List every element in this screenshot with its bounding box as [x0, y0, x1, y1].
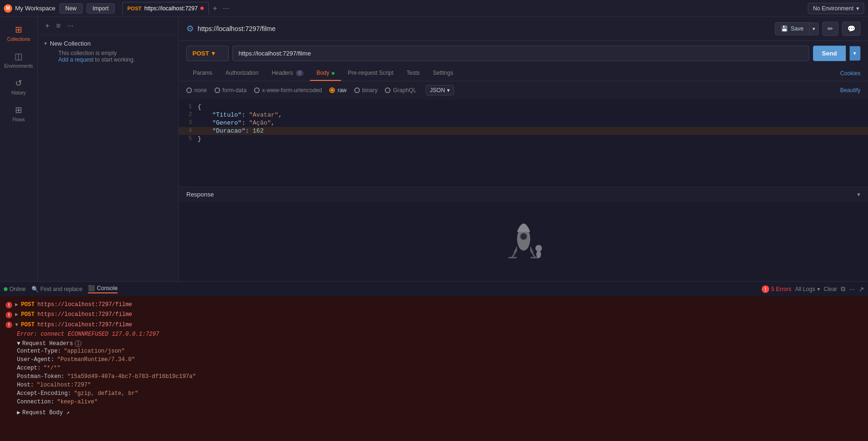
line-content: "Duracao": 162: [198, 127, 868, 134]
line-content: {: [198, 103, 868, 110]
code-line: 3 "Genero": "Ação",: [179, 119, 868, 127]
line-number: 1: [179, 103, 198, 110]
rocket-illustration: [500, 213, 547, 269]
new-button[interactable]: New: [59, 3, 83, 14]
edit-button[interactable]: ✏: [822, 22, 838, 36]
tab-body[interactable]: Body: [310, 66, 342, 81]
console-tab[interactable]: ⬛ Console: [88, 285, 118, 293]
send-dropdown-button[interactable]: ▾: [850, 46, 860, 61]
body-type-binary[interactable]: binary: [354, 87, 378, 94]
sidebar-item-history[interactable]: ↺ History: [2, 74, 35, 99]
online-dot: [4, 287, 8, 291]
save-button-group: 💾 Save ▾: [775, 22, 819, 35]
json-type-selector[interactable]: JSON ▾: [426, 85, 454, 95]
add-request-link[interactable]: Add a request: [58, 56, 94, 63]
import-button[interactable]: Import: [87, 3, 115, 14]
request-url-title: https://localhost:7297/filme: [198, 25, 771, 32]
body-type-none[interactable]: none: [186, 87, 207, 94]
collection-name[interactable]: ▾ New Collection: [44, 40, 172, 47]
sidebar-flows-label: Flows: [12, 117, 24, 122]
expand-icon: ▶: [17, 409, 20, 416]
tab-settings[interactable]: Settings: [426, 66, 460, 81]
add-collection-button[interactable]: +: [43, 21, 51, 31]
radio-urlencoded: [254, 87, 260, 93]
tab-bar: POST https://localhost:7297 + ···: [122, 2, 804, 15]
more-collections-button[interactable]: ···: [65, 21, 75, 31]
url-input[interactable]: [232, 46, 809, 61]
code-line: 2 "Titulo": "Avatar",: [179, 111, 868, 119]
request-body-link[interactable]: ▶ Request Body ↗: [6, 409, 70, 416]
svg-point-8: [536, 251, 541, 258]
line-content: }: [198, 135, 868, 142]
collections-panel: + ≡ ··· ▾ New Collection This collection…: [38, 17, 179, 281]
tab-url: https://localhost:7297: [144, 5, 198, 12]
tab-params[interactable]: Params: [186, 66, 219, 81]
tab-headers[interactable]: Headers 8: [265, 66, 310, 81]
console-collapse-arrow[interactable]: ▶: [15, 311, 18, 317]
log-filter-dropdown[interactable]: All Logs ▾: [795, 286, 820, 292]
main-content: ⚙ https://localhost:7297/filme 💾 Save ▾ …: [179, 17, 868, 281]
save-dropdown-button[interactable]: ▾: [810, 23, 819, 35]
save-button[interactable]: 💾 Save: [775, 22, 810, 35]
radio-binary: [354, 87, 360, 93]
json-chevron-icon: ▾: [447, 87, 450, 94]
console-output: ! ▶ POST https://localhost:7297/filme ! …: [0, 296, 868, 441]
workspace-name[interactable]: M My Workspace: [4, 4, 56, 13]
header-value: "*/*": [43, 365, 60, 371]
search-icon: 🔍: [32, 286, 39, 292]
request-headers-toggle[interactable]: ▼ Request Headers i: [17, 340, 196, 347]
radio-none: [186, 87, 192, 93]
body-type-raw[interactable]: raw: [329, 87, 346, 94]
env-label: No Environment: [813, 5, 853, 12]
sidebar-item-environments[interactable]: ◫ Environments: [2, 47, 35, 72]
expand-console-button[interactable]: ↗: [859, 285, 864, 293]
tab-authorization[interactable]: Authorization: [219, 66, 265, 81]
tab-tests[interactable]: Tests: [400, 66, 426, 81]
request-input-row: POST ▾ Send ▾: [179, 41, 868, 66]
console-icon: ⬛: [88, 285, 95, 291]
console-entry: ! ▶ POST https://localhost:7297/filme: [6, 310, 862, 320]
line-number: 3: [179, 119, 198, 126]
filter-collections-button[interactable]: ≡: [54, 21, 62, 31]
copy-console-button[interactable]: ⧉: [841, 285, 845, 293]
new-tab-button[interactable]: +: [211, 4, 219, 13]
header-row: Host: "localhost:7297": [17, 381, 196, 389]
header-key: Content-Type:: [17, 348, 61, 354]
console-collapse-arrow[interactable]: ▶: [15, 301, 18, 307]
header-row: Postman-Token: "15a59d49-407a-4bc7-b783-…: [17, 372, 196, 381]
response-section: Response ▾: [179, 187, 868, 202]
environment-selector[interactable]: No Environment ▾: [808, 3, 864, 14]
method-select[interactable]: POST ▾: [186, 46, 229, 61]
console-collapse-arrow[interactable]: ▼: [15, 322, 18, 328]
method-chevron-icon: ▾: [212, 50, 215, 57]
request-tab[interactable]: POST https://localhost:7297: [122, 2, 209, 15]
beautify-button[interactable]: Beautify: [840, 87, 860, 94]
response-chevron-icon[interactable]: ▾: [857, 191, 860, 198]
log-filter-chevron-icon: ▾: [817, 286, 820, 292]
code-editor[interactable]: 1{2 "Titulo": "Avatar",3 "Genero": "Ação…: [179, 99, 868, 187]
console-url: https://localhost:7297/filme: [37, 322, 132, 328]
console-entry: ! ▶ POST https://localhost:7297/filme: [6, 300, 862, 310]
header-row: Accept: "*/*": [17, 364, 196, 372]
body-type-graphql[interactable]: GraphQL: [385, 87, 416, 94]
sidebar-item-collections[interactable]: ⊞ Collections: [2, 21, 35, 46]
header-key: Host:: [17, 382, 34, 388]
cookies-link[interactable]: Cookies: [840, 70, 860, 77]
sidebar-collections-label: Collections: [7, 37, 30, 42]
body-type-urlencoded[interactable]: x-www-form-urlencoded: [254, 87, 322, 94]
svg-point-7: [535, 245, 542, 252]
tab-more-button[interactable]: ···: [221, 4, 231, 13]
comment-button[interactable]: 💬: [842, 22, 860, 36]
find-replace-button[interactable]: 🔍 Find and replace: [32, 286, 82, 292]
sidebar-item-flows[interactable]: ⊞ Flows: [2, 101, 35, 126]
response-label: Response: [186, 191, 214, 198]
console-headers-section: ▼ Request Headers i Content-Type: "appli…: [6, 340, 196, 406]
header-value: "localhost:7297": [37, 382, 91, 388]
tab-pre-request[interactable]: Pre-request Script: [341, 66, 400, 81]
radio-raw: [329, 87, 335, 93]
body-type-form-data[interactable]: form-data: [215, 87, 247, 94]
send-button[interactable]: Send: [813, 46, 846, 61]
more-console-button[interactable]: ···: [849, 285, 855, 293]
console-error-icon: !: [6, 322, 12, 328]
clear-console-button[interactable]: Clear: [824, 286, 837, 292]
